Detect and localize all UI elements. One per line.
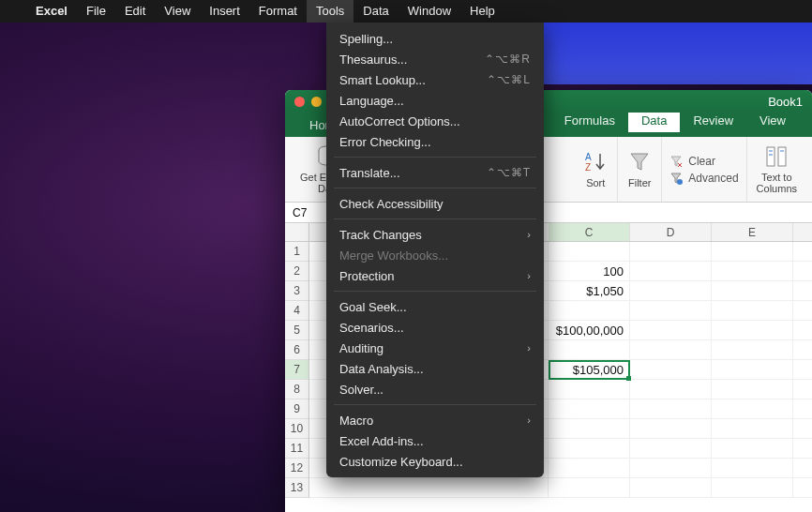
cell-c6[interactable] xyxy=(549,340,630,359)
ribbon-label: Clear xyxy=(688,155,715,168)
shortcut-label: ⌃⌥⌘L xyxy=(487,73,531,86)
advanced-button[interactable]: Advanced xyxy=(669,172,738,185)
menu-item-label: Language... xyxy=(339,94,404,108)
clear-button[interactable]: Clear xyxy=(669,155,738,168)
row-header-4[interactable]: 4 xyxy=(285,301,308,321)
menu-data[interactable]: Data xyxy=(353,0,398,23)
menu-item-track-changes[interactable]: Track Changes› xyxy=(326,224,544,245)
menu-item-customize-keyboard[interactable]: Customize Keyboard... xyxy=(326,451,544,472)
text-columns-icon xyxy=(764,144,789,169)
submenu-arrow-icon: › xyxy=(527,270,531,281)
filter-button[interactable]: Filter xyxy=(618,137,662,202)
menu-insert[interactable]: Insert xyxy=(200,0,249,23)
row-header-9[interactable]: 9 xyxy=(285,399,308,419)
cell-c5[interactable]: $100,00,000 xyxy=(549,321,630,339)
svg-text:Z: Z xyxy=(585,162,591,173)
row-header-13[interactable]: 13 xyxy=(285,478,308,498)
row-header-5[interactable]: 5 xyxy=(285,321,308,340)
sort-az-icon: AZ xyxy=(583,150,608,174)
row-header-10[interactable]: 10 xyxy=(285,419,308,439)
menu-item-label: Spelling... xyxy=(339,32,393,46)
menu-item-label: Auditing xyxy=(339,341,383,355)
row-header-2[interactable]: 2 xyxy=(285,262,308,281)
funnel-icon xyxy=(627,150,652,174)
column-header-c[interactable]: C xyxy=(549,223,630,241)
shortcut-label: ⌃⌥⌘T xyxy=(487,166,531,179)
menu-item-label: Goal Seek... xyxy=(339,300,407,314)
menu-item-error-checking[interactable]: Error Checking... xyxy=(326,131,544,152)
cell-c2[interactable]: 100 xyxy=(549,262,630,280)
menu-item-label: Customize Keyboard... xyxy=(339,455,463,469)
row-header-6[interactable]: 6 xyxy=(285,340,308,360)
menu-edit[interactable]: Edit xyxy=(115,0,155,23)
menu-item-data-analysis[interactable]: Data Analysis... xyxy=(326,358,544,379)
menu-item-scenarios[interactable]: Scenarios... xyxy=(326,317,544,338)
menu-item-goal-seek[interactable]: Goal Seek... xyxy=(326,296,544,317)
menu-view[interactable]: View xyxy=(155,0,200,23)
menu-item-autocorrect-options[interactable]: AutoCorrect Options... xyxy=(326,111,544,131)
clear-filter-icon xyxy=(669,155,683,168)
cell-c1[interactable] xyxy=(549,242,630,261)
menu-item-excel-add-ins[interactable]: Excel Add-ins... xyxy=(326,430,544,451)
window-close-button[interactable] xyxy=(294,97,305,107)
menu-item-translate[interactable]: Translate...⌃⌥⌘T xyxy=(326,162,544,183)
menu-separator xyxy=(334,218,536,219)
cell-c3[interactable]: $1,050 xyxy=(549,281,630,300)
svg-text:A: A xyxy=(585,152,592,162)
menu-tools[interactable]: Tools xyxy=(307,0,353,23)
shortcut-label: ⌃⌥⌘R xyxy=(485,53,531,66)
menu-item-label: Smart Lookup... xyxy=(339,73,426,87)
row-header-3[interactable]: 3 xyxy=(285,281,308,301)
menu-item-protection[interactable]: Protection› xyxy=(326,265,544,286)
menu-item-smart-lookup[interactable]: Smart Lookup...⌃⌥⌘L xyxy=(326,69,544,90)
row-header-1[interactable]: 1 xyxy=(285,242,308,262)
ribbon-label: Text to Columns xyxy=(757,172,797,194)
menu-help[interactable]: Help xyxy=(460,0,504,23)
menu-item-label: Excel Add-ins... xyxy=(339,434,424,448)
menu-item-label: Check Accessibility xyxy=(339,197,444,211)
menu-window[interactable]: Window xyxy=(398,0,460,23)
ribbon-label: Filter xyxy=(628,177,651,188)
menu-separator xyxy=(334,291,536,292)
menu-item-label: Scenarios... xyxy=(339,321,404,335)
submenu-arrow-icon: › xyxy=(527,414,531,426)
menu-item-language[interactable]: Language... xyxy=(326,90,544,111)
menu-item-macro[interactable]: Macro› xyxy=(326,410,544,430)
menu-item-label: Error Checking... xyxy=(339,135,431,149)
column-header-d[interactable]: D xyxy=(630,223,712,241)
sort-button[interactable]: AZ Sort xyxy=(574,137,618,202)
svg-rect-7 xyxy=(767,147,774,166)
menu-item-spelling[interactable]: Spelling... xyxy=(326,28,544,49)
window-minimize-button[interactable] xyxy=(311,97,322,107)
svg-point-6 xyxy=(677,179,683,185)
row-header-7[interactable]: 7 xyxy=(285,360,308,380)
menu-item-label: Merge Workbooks... xyxy=(339,248,448,263)
row-header-12[interactable]: 12 xyxy=(285,459,308,478)
menu-item-label: Macro xyxy=(339,414,373,428)
row-header-8[interactable]: 8 xyxy=(285,380,308,399)
menu-item-label: Solver... xyxy=(339,383,383,397)
menu-item-check-accessibility[interactable]: Check Accessibility xyxy=(326,193,544,214)
menubar: Excel File Edit View Insert Format Tools… xyxy=(0,0,812,23)
submenu-arrow-icon: › xyxy=(527,342,531,354)
menu-format[interactable]: Format xyxy=(249,0,307,23)
window-title: Book1 xyxy=(768,95,803,109)
ribbon-label: Advanced xyxy=(688,172,738,185)
advanced-filter-icon xyxy=(669,172,683,185)
cell-c7[interactable]: $105,000 xyxy=(549,360,630,379)
menu-item-auditing[interactable]: Auditing› xyxy=(326,338,544,358)
menu-item-label: Data Analysis... xyxy=(339,362,424,376)
select-all-corner[interactable] xyxy=(285,223,309,242)
text-to-columns-button[interactable]: Text to Columns xyxy=(747,137,806,202)
row-headers: 12345678910111213 xyxy=(285,242,309,498)
column-header-e[interactable]: E xyxy=(712,223,793,241)
menu-excel[interactable]: Excel xyxy=(26,0,77,23)
cell-c4[interactable] xyxy=(549,301,630,320)
row-header-11[interactable]: 11 xyxy=(285,439,308,459)
ribbon-label: Sort xyxy=(586,177,605,188)
submenu-arrow-icon: › xyxy=(527,229,531,240)
menu-file[interactable]: File xyxy=(77,0,115,23)
tools-dropdown: Spelling...Thesaurus...⌃⌥⌘RSmart Lookup.… xyxy=(326,23,544,477)
menu-item-solver[interactable]: Solver... xyxy=(326,379,544,399)
menu-item-thesaurus[interactable]: Thesaurus...⌃⌥⌘R xyxy=(326,49,544,69)
